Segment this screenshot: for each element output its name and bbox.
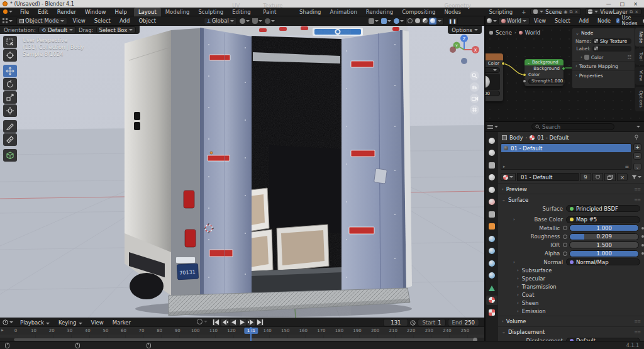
properties-tab-constraints[interactable] bbox=[486, 271, 497, 280]
play-button[interactable] bbox=[238, 319, 247, 326]
xray-toggle[interactable] bbox=[392, 18, 405, 24]
workspace-tab-compositing[interactable]: Compositing bbox=[397, 8, 440, 16]
orientation-dropdown[interactable]: ⟲Default bbox=[38, 26, 76, 33]
timeline-menu-view[interactable]: View bbox=[87, 319, 108, 326]
input-socket-decorator[interactable] bbox=[563, 235, 567, 239]
sidebar-tab-view[interactable]: View bbox=[635, 67, 644, 85]
workspace-tab-scripting[interactable]: Scripting bbox=[484, 8, 517, 16]
menu-render[interactable]: Render bbox=[53, 9, 80, 15]
surface-panel-header[interactable]: ⌄Surface≡≡ bbox=[498, 194, 644, 204]
ior-slider[interactable]: 1.500 bbox=[569, 241, 639, 248]
node-panel-header[interactable]: ⌄Node bbox=[572, 28, 635, 37]
menu-window[interactable]: Window bbox=[80, 9, 111, 15]
menu-file[interactable]: File bbox=[16, 9, 33, 15]
input-socket-decorator[interactable] bbox=[563, 243, 567, 247]
input-socket-decorator[interactable] bbox=[563, 252, 567, 256]
properties-tab-material[interactable] bbox=[486, 296, 497, 305]
breadcrumb-object[interactable]: Body bbox=[509, 135, 523, 141]
viewport-menu-select[interactable]: Select bbox=[90, 18, 115, 24]
navigation-gizmo[interactable]: Z X Y bbox=[448, 33, 480, 70]
tool-scale[interactable] bbox=[3, 91, 17, 104]
mode-dropdown[interactable]: Object Mode bbox=[16, 17, 67, 25]
viewport-3d[interactable]: 70131 bbox=[0, 26, 484, 318]
tool-cursor[interactable] bbox=[3, 49, 17, 62]
properties-tab-view-layer[interactable] bbox=[486, 173, 497, 182]
node-menu-view[interactable]: View bbox=[530, 18, 550, 24]
blender-menu-button[interactable] bbox=[0, 9, 16, 14]
subpanel-subsurface[interactable]: ›Subsurface bbox=[498, 267, 644, 275]
timeline-expand-arrow[interactable]: ▸ bbox=[1, 328, 4, 333]
jump-start-button[interactable] bbox=[212, 319, 220, 326]
maximize-button[interactable]: □ bbox=[620, 1, 625, 7]
list-grip-icon[interactable]: ☰ bbox=[625, 164, 629, 169]
tool-select-box[interactable] bbox=[3, 36, 17, 48]
properties-tab-scene[interactable] bbox=[486, 185, 497, 194]
subpanel-emission[interactable]: ›Emission bbox=[498, 307, 644, 316]
viewport-menu-object[interactable]: Object bbox=[134, 18, 160, 24]
pin-icon[interactable] bbox=[634, 135, 639, 140]
search-input[interactable]: Search bbox=[531, 123, 614, 130]
header-options-icon[interactable] bbox=[636, 126, 640, 128]
keyframe-decorator[interactable] bbox=[641, 227, 644, 230]
properties-tab-collection[interactable] bbox=[486, 209, 497, 219]
fake-user-shield-icon[interactable] bbox=[592, 173, 603, 181]
subpanel-specular[interactable]: ›Specular bbox=[498, 275, 644, 283]
jump-end-button[interactable] bbox=[256, 319, 264, 326]
filter-funnel-icon[interactable] bbox=[631, 175, 641, 180]
browse-material-button[interactable] bbox=[501, 173, 516, 181]
rendered-shading-button[interactable] bbox=[429, 18, 436, 25]
workspace-tab-texture-paint[interactable]: Texture Paint bbox=[258, 1, 295, 16]
roughness-slider[interactable]: 0.209 bbox=[569, 233, 639, 240]
world-slot-selector[interactable]: Wo bbox=[640, 17, 644, 25]
frame-start-field[interactable]: Start1 bbox=[418, 319, 445, 326]
alpha-slider[interactable]: 1.000 bbox=[569, 250, 639, 257]
timeline-editor-type-button[interactable] bbox=[0, 318, 16, 326]
material-name-field[interactable]: 01 - Default bbox=[517, 173, 579, 181]
prev-keyframe-button[interactable] bbox=[221, 319, 229, 326]
editor-type-button[interactable] bbox=[0, 17, 15, 25]
keyframe-decorator[interactable] bbox=[641, 252, 644, 255]
sky-texture-node[interactable]: ⌄ Color 2.200 bbox=[486, 53, 503, 101]
color-swatch[interactable] bbox=[584, 55, 589, 60]
remove-material-slot-button[interactable]: − bbox=[633, 152, 641, 160]
node-menu-select[interactable]: Select bbox=[550, 18, 575, 24]
unlink-icon[interactable]: × bbox=[574, 9, 578, 14]
wireframe-shading-button[interactable] bbox=[406, 18, 414, 25]
remove-view-layer-icon[interactable]: × bbox=[635, 9, 638, 14]
timeline-menu-keying[interactable]: Keying bbox=[54, 319, 87, 326]
snap-toggle[interactable] bbox=[251, 18, 264, 24]
properties-tab-modifiers[interactable] bbox=[486, 234, 497, 243]
play-reverse-button[interactable] bbox=[230, 319, 238, 326]
base-color-field[interactable]: Map #5 bbox=[566, 216, 640, 223]
pin-icon[interactable]: ◉ bbox=[564, 9, 567, 14]
proportional-editing-toggle[interactable] bbox=[264, 18, 276, 24]
viewport-menu-view[interactable]: View bbox=[69, 18, 90, 24]
viewport-menu-add[interactable]: Add bbox=[115, 18, 134, 24]
pan-hand-icon[interactable] bbox=[470, 82, 479, 92]
solid-shading-button[interactable] bbox=[414, 18, 421, 25]
use-nodes-checkbox[interactable]: ✓ Use Nodes bbox=[615, 17, 640, 25]
volume-panel-header[interactable]: ›Volume≡≡ bbox=[498, 316, 644, 326]
tool-transform[interactable] bbox=[3, 104, 17, 117]
material-slot-row[interactable]: 01 - Default bbox=[501, 144, 631, 152]
timeline-playhead[interactable] bbox=[250, 327, 252, 341]
workspace-tab-shading[interactable]: Shading bbox=[295, 8, 326, 16]
timeline-ruler[interactable]: 0102030405060708090100110120140150160170… bbox=[0, 327, 484, 335]
tool-annotate[interactable] bbox=[3, 120, 17, 133]
properties-tab-physics[interactable] bbox=[486, 258, 497, 268]
tool-add-cube[interactable] bbox=[3, 149, 17, 162]
material-users-button[interactable]: 9 bbox=[580, 173, 591, 181]
workspace-tab-geometry-nodes[interactable]: Geometry Nodes bbox=[440, 1, 484, 16]
node-menu-add[interactable]: Add bbox=[575, 18, 594, 24]
preview-panel-header[interactable]: ›Preview≡≡ bbox=[498, 183, 644, 194]
menu-edit[interactable]: Edit bbox=[33, 9, 52, 15]
properties-tab-tool[interactable] bbox=[486, 136, 497, 145]
shading-dropdown-icon[interactable] bbox=[438, 20, 441, 22]
keying-dropdown-icon[interactable] bbox=[204, 321, 208, 323]
subpanel-coat[interactable]: ›Coat bbox=[498, 291, 644, 299]
properties-tab-object[interactable] bbox=[486, 222, 497, 231]
timeline-menu-marker[interactable]: Marker bbox=[108, 319, 135, 326]
workspace-tab-sculpting[interactable]: Sculpting bbox=[194, 8, 228, 16]
node-menu-node[interactable]: Node bbox=[593, 18, 615, 24]
scene-selector[interactable]: Scene ◉ ⧉ × bbox=[530, 8, 581, 15]
